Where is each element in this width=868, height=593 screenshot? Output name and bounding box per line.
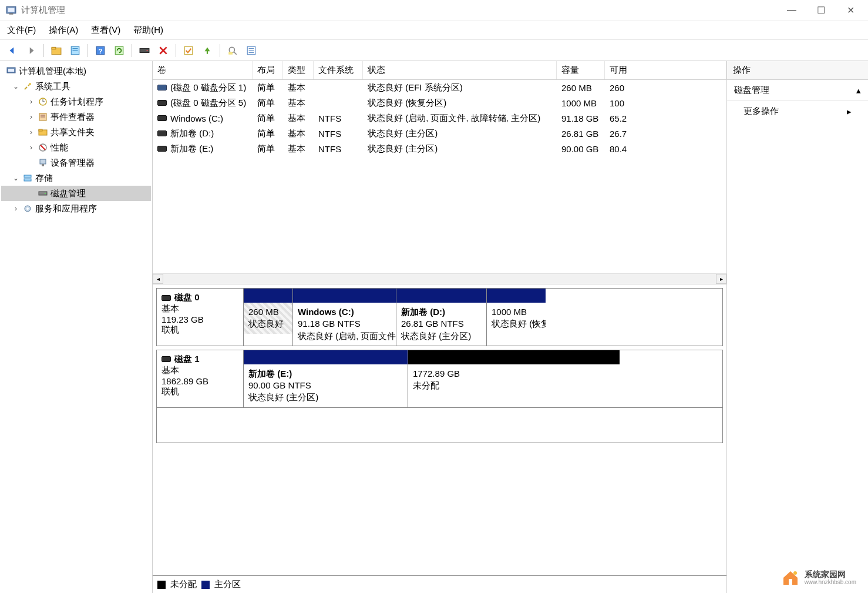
volume-row[interactable]: (磁盘 0 磁盘分区 1)简单基本状态良好 (EFI 系统分区)260 MB26… <box>153 80 726 95</box>
volume-layout: 简单 <box>253 128 283 139</box>
volume-status: 状态良好 (主分区) <box>363 143 557 155</box>
disk-info[interactable]: 磁盘 0基本119.23 GB联机 <box>157 289 244 346</box>
col-status[interactable]: 状态 <box>363 61 557 79</box>
tree-devicemgr[interactable]: 设备管理器 <box>1 155 151 170</box>
properties-icon[interactable] <box>68 43 83 58</box>
performance-icon <box>38 142 48 153</box>
partition-stripe <box>408 350 620 364</box>
event-icon <box>38 112 48 122</box>
volume-capacity: 26.81 GB <box>557 129 605 139</box>
partition-name: 新加卷 (D:) <box>401 306 482 318</box>
partition[interactable]: 260 MB状态良好 <box>244 289 293 346</box>
col-volume[interactable]: 卷 <box>153 61 253 79</box>
col-capacity[interactable]: 容量 <box>557 61 605 79</box>
volume-row[interactable]: 新加卷 (D:)简单基本NTFS状态良好 (主分区)26.81 GB26.7 <box>153 126 726 141</box>
volume-type: 基本 <box>283 128 314 139</box>
partition-stripe <box>487 289 546 303</box>
tree-storage[interactable]: ⌄ 存储 <box>1 170 151 186</box>
partition-stripe <box>244 350 408 364</box>
actions-more[interactable]: 更多操作 ▸ <box>727 101 868 122</box>
collapse-icon[interactable]: ⌄ <box>12 82 20 91</box>
partition[interactable]: 1000 MB状态良好 (恢复分区) <box>487 289 546 346</box>
tree-performance[interactable]: › 性能 <box>1 140 151 155</box>
expand-icon[interactable]: › <box>12 205 20 213</box>
tree-label: 共享文件夹 <box>51 127 95 138</box>
tree-label: 磁盘管理 <box>51 188 86 199</box>
partition-size: 90.00 GB NTFS <box>248 380 403 391</box>
refresh-icon[interactable] <box>112 43 127 58</box>
collapse-icon[interactable]: ⌄ <box>12 174 20 182</box>
tree-services[interactable]: › 服务和应用程序 <box>1 201 151 216</box>
back-button[interactable] <box>5 43 20 58</box>
expand-icon[interactable]: › <box>27 128 35 136</box>
col-free[interactable]: 可用 <box>605 61 726 79</box>
tree-sharedfolders[interactable]: › 共享文件夹 <box>1 125 151 140</box>
disk-icon <box>38 188 48 199</box>
partition[interactable]: Windows (C:)91.18 GB NTFS状态良好 (启动, 页面文件,… <box>293 289 396 346</box>
tree-taskscheduler[interactable]: › 任务计划程序 <box>1 94 151 109</box>
menu-view[interactable]: 查看(V) <box>91 25 120 36</box>
horizontal-scrollbar[interactable]: ◂ ▸ <box>153 273 726 284</box>
disk-size: 119.23 GB <box>162 314 238 324</box>
tree-systools[interactable]: ⌄ 系统工具 <box>1 79 151 94</box>
menu-help[interactable]: 帮助(H) <box>133 25 163 36</box>
partition-size: 91.18 GB NTFS <box>298 318 391 330</box>
scroll-left-icon[interactable]: ◂ <box>153 274 163 284</box>
volume-type: 基本 <box>283 82 314 93</box>
partition-name: Windows (C:) <box>298 306 391 318</box>
partition[interactable]: 新加卷 (E:)90.00 GB NTFS状态良好 (主分区) <box>244 350 408 407</box>
svg-rect-1 <box>8 8 14 12</box>
maximize-button[interactable]: ☐ <box>815 5 827 16</box>
menu-action[interactable]: 操作(A) <box>49 25 78 36</box>
list-icon[interactable] <box>244 43 259 58</box>
volume-free: 100 <box>605 98 726 108</box>
scroll-track[interactable] <box>163 274 716 284</box>
separator <box>43 44 44 57</box>
partition[interactable]: 新加卷 (D:)26.81 GB NTFS状态良好 (主分区) <box>396 289 487 346</box>
volume-layout: 简单 <box>253 98 283 109</box>
col-type[interactable]: 类型 <box>283 61 314 79</box>
disk-info[interactable]: 磁盘 1基本1862.89 GB联机 <box>157 350 244 407</box>
col-fs[interactable]: 文件系统 <box>314 61 363 79</box>
partition[interactable]: 1772.89 GB未分配 <box>408 350 620 407</box>
legend-unalloc-swatch <box>157 581 166 589</box>
col-layout[interactable]: 布局 <box>253 61 283 79</box>
drive-icon <box>157 85 167 91</box>
actions-section[interactable]: 磁盘管理 ▴ <box>727 80 868 101</box>
scroll-right-icon[interactable]: ▸ <box>716 274 726 284</box>
actions-section-label: 磁盘管理 <box>734 85 769 96</box>
disk-block: 磁盘 1基本1862.89 GB联机新加卷 (E:)90.00 GB NTFS状… <box>156 350 723 408</box>
close-button[interactable]: ✕ <box>845 5 856 16</box>
forward-button[interactable] <box>23 43 39 58</box>
volume-row[interactable]: Windows (C:)简单基本NTFS状态良好 (启动, 页面文件, 故障转储… <box>153 110 726 126</box>
tree-root[interactable]: 计算机管理(本地) <box>1 63 151 79</box>
search-icon[interactable] <box>225 43 240 58</box>
partition-status: 状态良好 <box>248 318 288 330</box>
menu-file[interactable]: 文件(F) <box>7 25 36 36</box>
minimize-button[interactable]: — <box>786 5 798 16</box>
drive-icon[interactable] <box>137 43 152 58</box>
tree-label: 任务计划程序 <box>51 96 103 108</box>
partition-stripe <box>396 289 486 303</box>
tree-eventviewer[interactable]: › 事件查看器 <box>1 109 151 125</box>
partition-stripe <box>293 289 396 303</box>
tree-diskmgmt[interactable]: 磁盘管理 <box>1 186 151 201</box>
svg-point-14 <box>229 47 234 52</box>
expand-icon[interactable]: › <box>27 113 35 121</box>
disk-type: 基本 <box>162 303 238 314</box>
help-icon[interactable]: ? <box>93 43 108 58</box>
volume-row[interactable]: (磁盘 0 磁盘分区 5)简单基本状态良好 (恢复分区)1000 MB100 <box>153 95 726 110</box>
volume-name: 新加卷 (E:) <box>170 143 213 155</box>
tree-label: 系统工具 <box>35 81 70 92</box>
expand-icon[interactable]: › <box>27 98 35 106</box>
disk-size: 1862.89 GB <box>162 376 238 386</box>
tree-label: 设备管理器 <box>51 158 95 169</box>
volume-layout: 简单 <box>253 113 283 124</box>
volume-fs: NTFS <box>314 129 363 139</box>
up-arrow-icon[interactable] <box>200 43 215 58</box>
expand-icon[interactable]: › <box>27 143 35 152</box>
volume-row[interactable]: 新加卷 (E:)简单基本NTFS状态良好 (主分区)90.00 GB80.4 <box>153 141 726 156</box>
delete-icon[interactable] <box>156 43 171 58</box>
up-folder-icon[interactable] <box>49 43 64 58</box>
check-icon[interactable] <box>181 43 196 58</box>
